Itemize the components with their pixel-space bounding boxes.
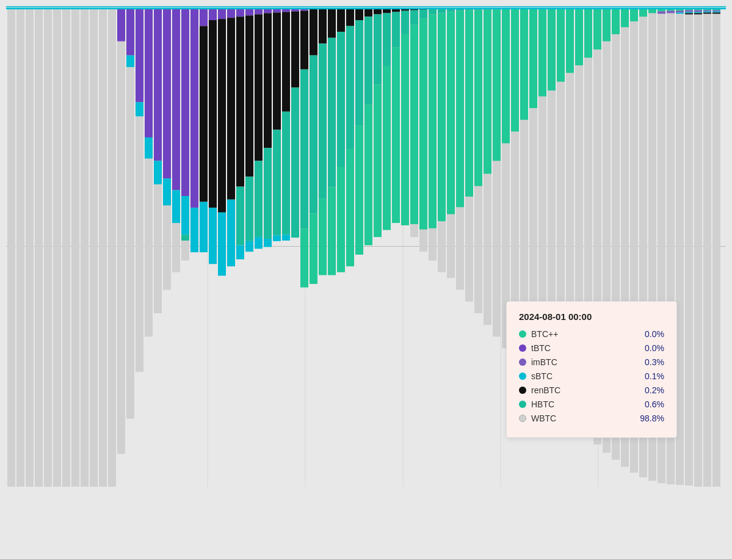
svg-rect-101: [300, 11, 308, 70]
svg-rect-23: [117, 9, 125, 42]
svg-rect-127: [355, 126, 363, 255]
svg-rect-242: [712, 12, 720, 13]
imbtc-dot: [519, 358, 526, 366]
svg-rect-73: [245, 176, 253, 241]
svg-rect-63: [227, 18, 235, 200]
svg-rect-187: [529, 9, 537, 108]
svg-rect-32: [145, 137, 153, 159]
svg-rect-199: [584, 9, 592, 58]
svg-rect-109: [319, 9, 327, 44]
svg-rect-126: [355, 20, 363, 126]
svg-rect-125: [355, 9, 363, 20]
tooltip-row-hbtc: HBTC 0.6%: [519, 399, 664, 409]
svg-rect-161: [438, 13, 446, 222]
svg-rect-29: [136, 102, 143, 116]
svg-rect-107: [310, 214, 317, 284]
svg-rect-41: [172, 190, 180, 223]
svg-rect-134: [374, 14, 382, 84]
svg-rect-25: [126, 9, 134, 56]
svg-rect-113: [328, 9, 336, 38]
svg-rect-71: [245, 9, 253, 16]
imbtc-label: imBTC: [531, 357, 557, 367]
svg-rect-155: [419, 18, 427, 230]
svg-rect-209: [630, 9, 638, 21]
svg-rect-179: [493, 10, 501, 161]
svg-rect-15: [53, 9, 61, 487]
svg-rect-167: [456, 11, 464, 208]
svg-rect-43: [181, 9, 189, 196]
svg-rect-14: [44, 9, 52, 487]
svg-rect-236: [703, 10, 711, 12]
svg-rect-170: [465, 10, 473, 197]
wbtc-dot: [519, 415, 526, 422]
svg-rect-232: [694, 12, 702, 13]
svg-rect-54: [209, 9, 217, 20]
svg-rect-123: [346, 149, 354, 266]
tooltip-row-renbtc: renBTC 0.2%: [519, 385, 664, 395]
svg-rect-197: [575, 9, 583, 65]
svg-rect-34: [154, 9, 162, 161]
svg-rect-234: [703, 9, 711, 487]
tooltip-row-imbtc: imBTC 0.3%: [519, 357, 664, 367]
svg-rect-115: [328, 187, 336, 275]
svg-rect-231: [694, 10, 702, 12]
svg-rect-60: [218, 213, 226, 276]
chart-area: 2024-08-01 00:00 BTC++ 0.0% tBTC 0.0%: [6, 6, 726, 487]
svg-rect-66: [236, 9, 244, 16]
svg-rect-89: [273, 235, 281, 241]
tooltip-row-tbtc: tBTC 0.0%: [519, 343, 664, 353]
svg-rect-45: [181, 235, 189, 241]
tooltip: 2024-08-01 00:00 BTC++ 0.0% tBTC 0.0%: [506, 301, 677, 438]
svg-rect-111: [319, 199, 327, 275]
svg-rect-191: [548, 9, 556, 90]
sbtc-value: 0.1%: [645, 371, 664, 381]
svg-rect-138: [383, 13, 391, 66]
sbtc-label: sBTC: [531, 371, 553, 381]
svg-rect-121: [346, 9, 354, 26]
svg-rect-146: [401, 11, 409, 34]
svg-rect-74: [245, 241, 253, 252]
svg-rect-62: [227, 9, 235, 18]
svg-rect-16: [62, 9, 70, 487]
svg-rect-78: [255, 161, 263, 237]
btcpp-dot: [519, 330, 526, 338]
svg-rect-183: [511, 9, 519, 132]
tooltip-row-sbtc: sBTC 0.1%: [519, 371, 664, 381]
svg-rect-102: [300, 70, 308, 229]
hbtc-dot: [519, 401, 526, 408]
chart-container: 2024-08-01 00:00 BTC++ 0.0% tBTC 0.0%: [0, 0, 732, 560]
svg-rect-228: [685, 13, 693, 15]
wbtc-label: WBTC: [531, 413, 556, 423]
svg-rect-13: [35, 9, 43, 487]
svg-rect-38: [163, 178, 171, 205]
svg-rect-139: [383, 66, 391, 230]
svg-rect-117: [337, 9, 345, 32]
svg-rect-51: [200, 26, 208, 202]
svg-rect-35: [154, 161, 162, 184]
renbtc-value: 0.2%: [645, 385, 664, 395]
svg-rect-18: [81, 9, 89, 487]
svg-rect-147: [401, 34, 409, 225]
svg-rect-154: [419, 10, 427, 18]
svg-rect-135: [374, 85, 382, 238]
svg-rect-219: [667, 11, 675, 13]
svg-rect-77: [255, 14, 263, 161]
tooltip-date: 2024-08-01 00:00: [519, 311, 664, 322]
svg-rect-173: [474, 10, 482, 186]
tooltip-row-wbtc: WBTC 98.8%: [519, 413, 664, 423]
svg-rect-158: [429, 14, 437, 228]
svg-rect-87: [273, 13, 281, 130]
svg-rect-50: [200, 9, 208, 26]
svg-rect-222: [676, 11, 684, 13]
svg-rect-11: [16, 9, 24, 487]
svg-rect-238: [703, 13, 711, 14]
svg-rect-12: [26, 9, 34, 487]
tooltip-row-btcpp: BTC++ 0.0%: [519, 329, 664, 339]
svg-rect-59: [218, 19, 226, 213]
svg-rect-119: [337, 167, 345, 272]
svg-rect-28: [136, 9, 143, 103]
svg-rect-97: [291, 12, 299, 88]
svg-rect-129: [364, 9, 372, 16]
tbtc-dot: [519, 344, 526, 352]
svg-rect-47: [190, 9, 198, 208]
